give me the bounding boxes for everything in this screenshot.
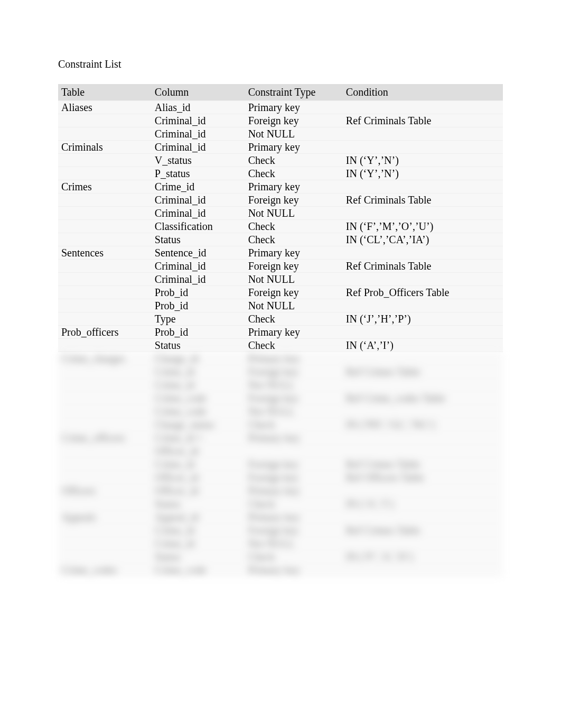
cell-ctype: Check <box>245 220 343 233</box>
cell-table: Crimes <box>58 180 152 193</box>
cell-column: Status <box>152 339 245 352</box>
cell-ctype: Foreign key <box>245 392 343 405</box>
table-row: Crime_codeForeign keyRef Crime_codes Tab… <box>58 392 503 405</box>
header-table: Table <box>58 84 152 101</box>
cell-column: Criminal_id <box>152 114 245 127</box>
cell-condition <box>343 141 503 154</box>
table-row: Officer_idForeign keyRef Officers Table <box>58 471 503 484</box>
cell-table: Crime_charges <box>58 352 152 365</box>
table-head: Table Column Constraint Type Condition <box>58 84 503 101</box>
cell-column: Prob_id <box>152 326 245 339</box>
cell-ctype: Foreign key <box>245 286 343 299</box>
table-row: Prob_officersProb_idPrimary key <box>58 326 503 339</box>
table-row: V_statusCheckIN (‘Y’,’N’) <box>58 154 503 167</box>
cell-column: Crime_code <box>152 405 245 418</box>
cell-condition: Ref Criminals Table <box>343 193 503 207</box>
cell-ctype: Foreign key <box>245 471 343 484</box>
cell-condition: IN (‘PD’,’GL’,’NG’) <box>343 418 503 431</box>
cell-column: Sentence_id <box>152 246 245 260</box>
cell-condition: IN (‘A’,’I’) <box>343 497 503 511</box>
cell-column: Charge_id <box>152 352 245 365</box>
cell-table <box>58 339 152 352</box>
cell-ctype: Primary key <box>245 326 343 339</box>
table-row: ClassificationCheckIN (‘F’,’M’,’O’,’U’) <box>58 220 503 233</box>
table-row: StatusCheckIN (‘CL’,’CA’,’IA’) <box>58 233 503 246</box>
table-row: Prob_idForeign keyRef Prob_Officers Tabl… <box>58 286 503 299</box>
table-row: OfficersOfficer_idPrimary key <box>58 484 503 497</box>
cell-ctype: Primary key <box>245 246 343 260</box>
cell-table <box>58 167 152 180</box>
cell-column: Criminal_id <box>152 127 245 141</box>
cell-condition <box>343 326 503 339</box>
cell-condition: Ref Crime_codes Table <box>343 392 503 405</box>
cell-table <box>58 286 152 299</box>
table-row: P_statusCheckIN (‘Y’,’N’) <box>58 167 503 180</box>
cell-condition: IN (‘Y’,’N’) <box>343 167 503 180</box>
table-row: Crime_idForeign keyRef Crimes Table <box>58 458 503 471</box>
cell-ctype: Check <box>245 167 343 180</box>
cell-ctype: Primary key <box>245 101 343 114</box>
table-row: StatusCheckIN (‘P’,’A’,’D’) <box>58 550 503 564</box>
cell-ctype: Check <box>245 418 343 431</box>
cell-column: Criminal_id <box>152 207 245 220</box>
cell-table <box>58 154 152 167</box>
cell-condition <box>343 511 503 524</box>
cell-column: Criminal_id <box>152 141 245 154</box>
cell-column: Crime_id <box>152 365 245 379</box>
cell-column: P_status <box>152 167 245 180</box>
cell-table <box>58 193 152 207</box>
table-row: Crime_codeNot NULL <box>58 405 503 418</box>
cell-column: Crime_id <box>152 379 245 392</box>
page-title: Constraint List <box>58 58 503 70</box>
cell-table <box>58 418 152 431</box>
table-row: Crime_idForeign keyRef Crimes Table <box>58 524 503 537</box>
cell-condition <box>343 180 503 193</box>
cell-ctype: Foreign key <box>245 365 343 379</box>
cell-ctype: Not NULL <box>245 379 343 392</box>
cell-column: Crime_id <box>152 537 245 550</box>
cell-table <box>58 550 152 564</box>
cell-condition: Ref Crimes Table <box>343 524 503 537</box>
cell-column: Officer_id <box>152 471 245 484</box>
cell-ctype: Check <box>245 312 343 326</box>
table-row: Crime_idForeign keyRef Crimes Table <box>58 365 503 379</box>
cell-column: Crime_id <box>152 524 245 537</box>
cell-ctype: Foreign key <box>245 193 343 207</box>
table-body-blurred: Crime_chargesCharge_idPrimary keyCrime_i… <box>58 352 503 577</box>
cell-table <box>58 405 152 418</box>
cell-ctype: Check <box>245 339 343 352</box>
cell-ctype: Primary key <box>245 484 343 497</box>
cell-column: Crime_id + <box>152 431 245 445</box>
cell-column: Officer_id <box>152 445 245 458</box>
cell-column: Officer_id <box>152 484 245 497</box>
table-row: StatusCheckIN (‘A’,’I’) <box>58 339 503 352</box>
cell-table <box>58 379 152 392</box>
cell-column: Criminal_id <box>152 193 245 207</box>
cell-column: Criminal_id <box>152 273 245 286</box>
constraint-table: Table Column Constraint Type Condition A… <box>58 84 503 577</box>
cell-condition: Ref Officers Table <box>343 471 503 484</box>
cell-table: Officers <box>58 484 152 497</box>
table-row: Crime_chargesCharge_idPrimary key <box>58 352 503 365</box>
table-row: Criminal_idForeign keyRef Criminals Tabl… <box>58 193 503 207</box>
cell-table <box>58 299 152 312</box>
cell-ctype: Check <box>245 233 343 246</box>
cell-column: Status <box>152 550 245 564</box>
cell-condition <box>343 207 503 220</box>
cell-table: Crime_officers <box>58 431 152 445</box>
cell-ctype: Primary key <box>245 431 343 445</box>
cell-table <box>58 114 152 127</box>
cell-column: Crime_id <box>152 180 245 193</box>
cell-table <box>58 537 152 550</box>
cell-table <box>58 233 152 246</box>
cell-ctype: Not NULL <box>245 405 343 418</box>
table-row: Charge_statusCheckIN (‘PD’,’GL’,’NG’) <box>58 418 503 431</box>
cell-condition <box>343 537 503 550</box>
cell-column: Crime_code <box>152 392 245 405</box>
cell-condition: IN (‘Y’,’N’) <box>343 154 503 167</box>
cell-condition: Ref Criminals Table <box>343 114 503 127</box>
cell-ctype: Primary key <box>245 180 343 193</box>
table-row: Officer_id <box>58 445 503 458</box>
table-row: Criminal_idNot NULL <box>58 207 503 220</box>
table-row: Crime_codesCrime_codePrimary key <box>58 564 503 577</box>
